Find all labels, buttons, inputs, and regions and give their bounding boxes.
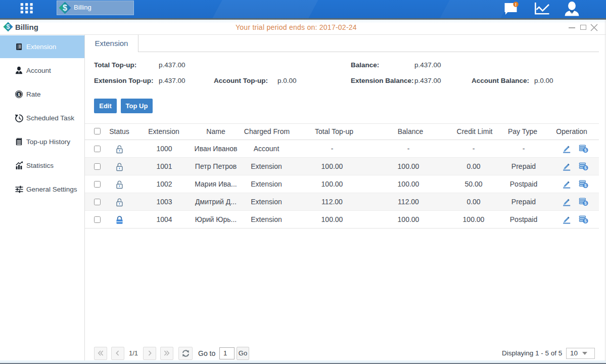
svg-text:$: $ (584, 218, 587, 223)
svg-text:$: $ (584, 183, 587, 188)
svg-text:$: $ (18, 92, 20, 97)
svg-text:$: $ (584, 201, 587, 206)
svg-text:$: $ (584, 165, 587, 170)
svg-text:$: $ (63, 4, 67, 12)
svg-text:!: ! (515, 2, 517, 7)
svg-text:$: $ (6, 23, 10, 30)
svg-text:$: $ (584, 148, 587, 153)
